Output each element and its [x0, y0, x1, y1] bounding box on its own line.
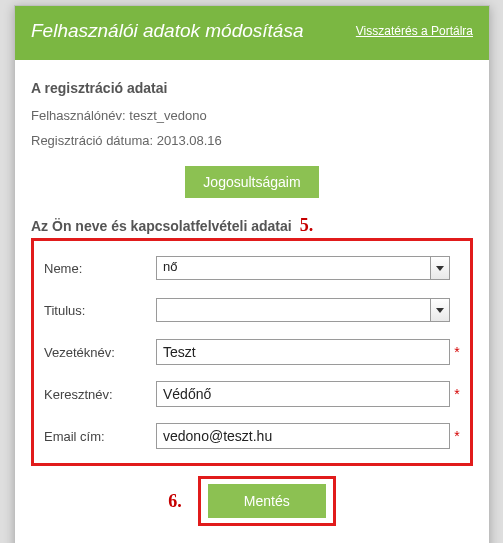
chevron-down-icon	[430, 257, 449, 279]
annotation-6: 6.	[168, 492, 182, 510]
username-line: Felhasználónév: teszt_vedono	[31, 108, 473, 123]
regdate-line: Regisztráció dátuma: 2013.08.16	[31, 133, 473, 148]
permissions-row: Jogosultságaim	[31, 166, 473, 198]
regdate-label: Regisztráció dátuma:	[31, 133, 153, 148]
section-contact-title-row: Az Ön neve és kapcsolatfelvételi adatai …	[31, 216, 473, 234]
permissions-button[interactable]: Jogosultságaim	[185, 166, 318, 198]
required-star: *	[454, 344, 460, 360]
username-value: teszt_vedono	[129, 108, 206, 123]
required-star: *	[454, 386, 460, 402]
label-gender: Neme:	[44, 261, 156, 276]
row-firstname: Keresztnév: *	[44, 373, 460, 415]
modal-body: A regisztráció adatai Felhasználónév: te…	[15, 60, 489, 543]
row-lastname: Vezetéknév: *	[44, 331, 460, 373]
username-label: Felhasználónév:	[31, 108, 126, 123]
label-lastname: Vezetéknév:	[44, 345, 156, 360]
label-email: Email cím:	[44, 429, 156, 444]
required-star: *	[454, 428, 460, 444]
section-registration-title: A regisztráció adatai	[31, 80, 473, 96]
back-to-portal-link[interactable]: Visszatérés a Portálra	[356, 24, 473, 38]
modal-edit-user: Felhasználói adatok módosítása Visszatér…	[14, 5, 490, 543]
row-email: Email cím: *	[44, 415, 460, 457]
regdate-value: 2013.08.16	[157, 133, 222, 148]
chevron-down-icon	[430, 299, 449, 321]
input-lastname[interactable]	[156, 339, 450, 365]
label-title: Titulus:	[44, 303, 156, 318]
row-title: Titulus:	[44, 289, 460, 331]
save-row: 6. Mentés	[31, 476, 473, 526]
annotation-box-6: Mentés	[198, 476, 336, 526]
input-email[interactable]	[156, 423, 450, 449]
section-contact-title: Az Ön neve és kapcsolatfelvételi adatai	[31, 218, 292, 234]
select-gender-value: nő	[163, 259, 177, 274]
annotation-box-5: Neme: nő Titulus:	[31, 238, 473, 466]
input-firstname[interactable]	[156, 381, 450, 407]
label-firstname: Keresztnév:	[44, 387, 156, 402]
modal-header: Felhasználói adatok módosítása Visszatér…	[15, 6, 489, 60]
annotation-5: 5.	[300, 216, 314, 234]
row-gender: Neme: nő	[44, 247, 460, 289]
modal-title: Felhasználói adatok módosítása	[31, 20, 304, 42]
select-title[interactable]	[156, 298, 450, 322]
select-gender[interactable]: nő	[156, 256, 450, 280]
save-button[interactable]: Mentés	[208, 484, 326, 518]
